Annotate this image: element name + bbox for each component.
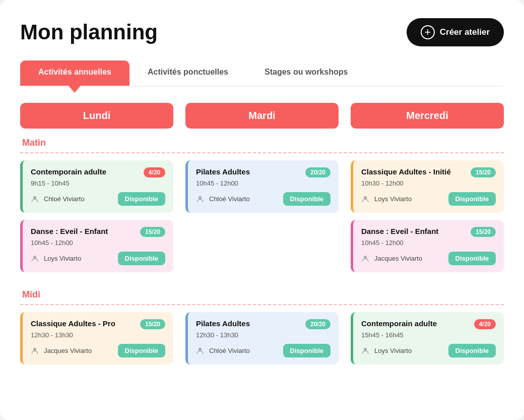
person-icon bbox=[361, 195, 369, 203]
matin-mercredi-col: Classique Adultes - Initié 15/20 10h30 -… bbox=[351, 160, 504, 279]
person-icon bbox=[31, 255, 39, 263]
instructor-name: Chloé Viviarto bbox=[209, 347, 250, 354]
card-classique-adultes-mercredi[interactable]: Classique Adultes - Initié 15/20 10h30 -… bbox=[351, 160, 504, 213]
person-icon bbox=[361, 255, 369, 263]
section-divider-midi bbox=[20, 304, 504, 305]
available-button[interactable]: Disponible bbox=[283, 192, 331, 206]
card-instructor: Loys Viviarto bbox=[361, 195, 412, 203]
card-top: Pilates Adultes 20/20 bbox=[196, 167, 331, 177]
available-button[interactable]: Disponible bbox=[448, 344, 496, 357]
card-time: 10h45 - 12h00 bbox=[31, 239, 165, 247]
available-button[interactable]: Disponible bbox=[448, 192, 496, 206]
card-title: Danse : Eveil - Enfant bbox=[361, 227, 467, 235]
card-instructor: Jacques Viviarto bbox=[31, 347, 92, 355]
midi-mercredi-col: Contemporain adulte 4/20 15h45 - 16h45 L… bbox=[351, 312, 504, 372]
card-title: Danse : Eveil - Enfant bbox=[31, 227, 136, 235]
card-time: 9h15 - 10h45 bbox=[31, 179, 165, 187]
card-contemporain-adulte-mercredi[interactable]: Contemporain adulte 4/20 15h45 - 16h45 L… bbox=[351, 312, 504, 365]
card-title: Pilates Adultes bbox=[196, 167, 301, 176]
card-title: Classique Adultes - Initié bbox=[361, 167, 467, 176]
card-danse-eveil-lundi[interactable]: Danse : Eveil - Enfant 15/20 10h45 - 12h… bbox=[20, 220, 173, 272]
card-top: Danse : Eveil - Enfant 15/20 bbox=[31, 227, 165, 237]
card-danse-eveil-mercredi[interactable]: Danse : Eveil - Enfant 15/20 10h45 - 12h… bbox=[351, 220, 504, 272]
svg-point-0 bbox=[33, 196, 36, 199]
svg-point-1 bbox=[33, 256, 36, 259]
svg-point-2 bbox=[199, 196, 202, 199]
card-contemporain-adulte-lundi[interactable]: Contemporain adulte 4/20 9h15 - 10h45 Ch… bbox=[20, 160, 173, 213]
midi-mardi-col: Pilates Adultes 20/20 12h30 - 13h30 Chlo… bbox=[185, 312, 339, 372]
app-container: Mon planning + Créer atelier Activités a… bbox=[0, 0, 524, 420]
tab-activites-ponctuelles[interactable]: Activités ponctuelles bbox=[129, 61, 246, 86]
card-footer: Jacques Viviarto Disponible bbox=[31, 344, 165, 357]
midi-columns: Classique Adultes - Pro 15/20 12h30 - 13… bbox=[20, 312, 504, 372]
svg-point-5 bbox=[33, 348, 36, 351]
card-footer: Loys Viviarto Disponible bbox=[361, 344, 496, 357]
available-button[interactable]: Disponible bbox=[118, 344, 165, 357]
matin-mardi-col: Pilates Adultes 20/20 10h45 - 12h00 Chlo… bbox=[185, 160, 339, 279]
count-badge: 15/20 bbox=[471, 227, 496, 237]
tab-activites-annuelles[interactable]: Activités annuelles bbox=[20, 61, 129, 86]
create-atelier-button[interactable]: + Créer atelier bbox=[407, 18, 504, 46]
count-badge: 15/20 bbox=[471, 167, 496, 177]
card-footer: Chloé Viviarto Disponible bbox=[196, 344, 331, 357]
available-button[interactable]: Disponible bbox=[118, 252, 165, 265]
card-title: Pilates Adultes bbox=[196, 319, 301, 328]
card-footer: Chloé Viviarto Disponible bbox=[31, 192, 165, 206]
card-top: Contemporain adulte 4/20 bbox=[361, 319, 496, 329]
card-footer: Jacques Viviarto Disponible bbox=[361, 252, 496, 265]
card-time: 12h30 - 13h30 bbox=[196, 331, 331, 339]
count-badge: 15/20 bbox=[140, 319, 165, 329]
card-top: Contemporain adulte 4/20 bbox=[31, 167, 165, 177]
card-time: 10h45 - 12h00 bbox=[361, 239, 496, 247]
available-button[interactable]: Disponible bbox=[283, 344, 331, 357]
card-pilates-adultes-mardi[interactable]: Pilates Adultes 20/20 10h45 - 12h00 Chlo… bbox=[185, 160, 339, 213]
midi-lundi-col: Classique Adultes - Pro 15/20 12h30 - 13… bbox=[20, 312, 173, 372]
card-instructor: Loys Viviarto bbox=[361, 347, 412, 355]
create-button-label: Créer atelier bbox=[440, 27, 490, 37]
section-midi: Midi Classique Adultes - Pro 15/20 12h30… bbox=[20, 289, 504, 372]
card-title: Classique Adultes - Pro bbox=[31, 319, 136, 328]
day-headers: Lundi Mardi Mercredi bbox=[20, 103, 504, 129]
card-instructor: Chloé Viviarto bbox=[196, 195, 250, 203]
card-time: 12h30 - 13h30 bbox=[31, 331, 165, 339]
svg-point-6 bbox=[199, 348, 202, 351]
card-time: 10h30 - 12h00 bbox=[361, 179, 496, 187]
card-footer: Chloé Viviarto Disponible bbox=[196, 192, 331, 206]
card-footer: Loys Viviarto Disponible bbox=[361, 192, 496, 206]
count-badge: 20/20 bbox=[305, 319, 331, 329]
day-header-mercredi: Mercredi bbox=[351, 103, 504, 129]
card-classique-adultes-pro-lundi[interactable]: Classique Adultes - Pro 15/20 12h30 - 13… bbox=[20, 312, 173, 365]
count-badge: 4/20 bbox=[474, 319, 496, 329]
matin-lundi-col: Contemporain adulte 4/20 9h15 - 10h45 Ch… bbox=[20, 160, 173, 279]
card-top: Classique Adultes - Pro 15/20 bbox=[31, 319, 165, 329]
card-time: 10h45 - 12h00 bbox=[196, 179, 331, 187]
instructor-name: Jacques Viviarto bbox=[374, 255, 422, 262]
available-button[interactable]: Disponible bbox=[448, 252, 496, 265]
tab-stages-workshops[interactable]: Stages ou workshops bbox=[246, 61, 366, 86]
header: Mon planning + Créer atelier bbox=[20, 18, 504, 46]
count-badge: 20/20 bbox=[305, 167, 331, 177]
instructor-name: Loys Viviarto bbox=[374, 195, 412, 203]
section-label-matin: Matin bbox=[22, 138, 504, 148]
tabs-bar: Activités annuelles Activités ponctuelle… bbox=[20, 61, 504, 87]
card-time: 15h45 - 16h45 bbox=[361, 331, 496, 339]
card-instructor: Chloé Viviarto bbox=[196, 347, 250, 355]
section-divider-matin bbox=[20, 152, 504, 153]
count-badge: 4/20 bbox=[144, 167, 165, 177]
person-icon bbox=[361, 347, 369, 355]
card-instructor: Chloé Viviarto bbox=[31, 195, 85, 203]
available-button[interactable]: Disponible bbox=[118, 192, 165, 206]
card-pilates-adultes-midi-mardi[interactable]: Pilates Adultes 20/20 12h30 - 13h30 Chlo… bbox=[185, 312, 339, 365]
card-top: Danse : Eveil - Enfant 15/20 bbox=[361, 227, 496, 237]
instructor-name: Jacques Viviarto bbox=[44, 347, 92, 354]
matin-columns: Contemporain adulte 4/20 9h15 - 10h45 Ch… bbox=[20, 160, 504, 279]
day-header-lundi: Lundi bbox=[20, 103, 173, 129]
person-icon bbox=[31, 195, 39, 203]
svg-point-4 bbox=[364, 256, 367, 259]
section-matin: Matin Contemporain adulte 4/20 9h15 - 10… bbox=[20, 138, 504, 279]
person-icon bbox=[196, 195, 204, 203]
card-title: Contemporain adulte bbox=[361, 319, 470, 328]
card-top: Classique Adultes - Initié 15/20 bbox=[361, 167, 496, 177]
svg-point-7 bbox=[364, 348, 367, 351]
card-top: Pilates Adultes 20/20 bbox=[196, 319, 331, 329]
